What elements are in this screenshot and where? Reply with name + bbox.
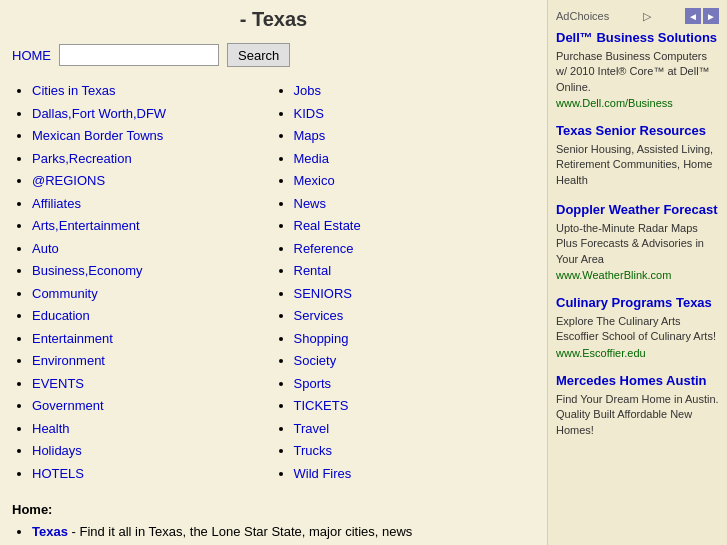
ad-title-link[interactable]: Culinary Programs Texas [556,295,712,310]
list-item: Travel [294,419,536,439]
nav-link[interactable]: Health [32,421,70,436]
ad-block: Mercedes Homes AustinFind Your Dream Hom… [556,373,719,438]
ad-description: Purchase Business Computers w/ 2010 Inte… [556,49,719,95]
list-item: Auto [32,239,274,259]
ad-next-button[interactable]: ► [703,8,719,24]
nav-link[interactable]: Holidays [32,443,82,458]
nav-link[interactable]: Services [294,308,344,323]
nav-link[interactable]: Auto [32,241,59,256]
list-item: Business,Economy [32,261,274,281]
home-section: Home: Texas - Find it all in Texas, the … [12,502,535,541]
list-item: Jobs [294,81,536,101]
list-item: News [294,194,536,214]
list-item: Environment [32,351,274,371]
home-link[interactable]: HOME [12,48,51,63]
list-item: Reference [294,239,536,259]
nav-link[interactable]: Jobs [294,83,321,98]
nav-left-list: Cities in TexasDallas,Fort Worth,DFWMexi… [12,81,274,483]
nav-link[interactable]: EVENTS [32,376,84,391]
list-item: Education [32,306,274,326]
nav-link[interactable]: Travel [294,421,330,436]
nav-link[interactable]: Mexican Border Towns [32,128,163,143]
ad-description: Upto-the-Minute Radar Maps Plus Forecast… [556,221,719,267]
list-item: Entertainment [32,329,274,349]
nav-link[interactable]: Shopping [294,331,349,346]
list-item: Maps [294,126,536,146]
search-button[interactable]: Search [227,43,290,67]
list-item: HOTELS [32,464,274,484]
nav-link[interactable]: Dallas,Fort Worth,DFW [32,106,166,121]
page-title: - Texas [12,8,535,31]
ad-url: www.WeatherBlink.com [556,269,719,281]
ads-container: Dell™ Business SolutionsPurchase Busines… [556,30,719,438]
nav-link[interactable]: Maps [294,128,326,143]
list-item: Dallas,Fort Worth,DFW [32,104,274,124]
nav-link[interactable]: Reference [294,241,354,256]
ad-block: Doppler Weather ForecastUpto-the-Minute … [556,202,719,281]
ad-title-link[interactable]: Mercedes Homes Austin [556,373,707,388]
ad-block: Dell™ Business SolutionsPurchase Busines… [556,30,719,109]
home-item-link[interactable]: Texas [32,524,68,539]
list-item: Trucks [294,441,536,461]
home-items-list: Texas - Find it all in Texas, the Lone S… [12,523,535,541]
list-item: Mexican Border Towns [32,126,274,146]
nav-link[interactable]: TICKETS [294,398,349,413]
ad-block: Culinary Programs TexasExplore The Culin… [556,295,719,359]
nav-link[interactable]: Community [32,286,98,301]
nav-link[interactable]: Government [32,398,104,413]
ad-description: Explore The Culinary Arts Escoffier Scho… [556,314,719,345]
nav-link[interactable]: SENIORS [294,286,353,301]
nav-link[interactable]: Environment [32,353,105,368]
ad-description: Senior Housing, Assisted Living, Retirem… [556,142,719,188]
ad-url: www.Escoffier.edu [556,347,719,359]
ad-block: Texas Senior ResourcesSenior Housing, As… [556,123,719,188]
search-bar: HOME Search [12,43,535,67]
nav-link[interactable]: Society [294,353,337,368]
nav-link[interactable]: Affiliates [32,196,81,211]
list-item: Real Estate [294,216,536,236]
list-item: Mexico [294,171,536,191]
ad-title-link[interactable]: Doppler Weather Forecast [556,202,718,217]
nav-link[interactable]: Wild Fires [294,466,352,481]
nav-link[interactable]: Real Estate [294,218,361,233]
ad-choices-icon: ▷ [643,10,651,23]
nav-col-right: JobsKIDSMapsMediaMexicoNewsReal EstateRe… [274,81,536,486]
list-item: @REGIONS [32,171,274,191]
sidebar: AdChoices ▷ ◄ ► Dell™ Business Solutions… [547,0,727,545]
nav-link[interactable]: Arts,Entertainment [32,218,140,233]
ad-title-link[interactable]: Dell™ Business Solutions [556,30,717,45]
nav-link[interactable]: @REGIONS [32,173,105,188]
list-item: Sports [294,374,536,394]
list-item: Arts,Entertainment [32,216,274,236]
nav-link[interactable]: Rental [294,263,332,278]
list-item: Parks,Recreation [32,149,274,169]
nav-link[interactable]: Business,Economy [32,263,143,278]
main-content: - Texas HOME Search Cities in TexasDalla… [0,0,547,545]
nav-link[interactable]: Media [294,151,329,166]
list-item: Wild Fires [294,464,536,484]
list-item: Media [294,149,536,169]
list-item: Government [32,396,274,416]
nav-link[interactable]: Cities in Texas [32,83,116,98]
ad-title-link[interactable]: Texas Senior Resources [556,123,706,138]
list-item: Cities in Texas [32,81,274,101]
list-item: Services [294,306,536,326]
nav-link[interactable]: Trucks [294,443,333,458]
search-input[interactable] [59,44,219,66]
nav-link[interactable]: News [294,196,327,211]
nav-link[interactable]: Mexico [294,173,335,188]
nav-col-left: Cities in TexasDallas,Fort Worth,DFWMexi… [12,81,274,486]
list-item: Health [32,419,274,439]
nav-link[interactable]: Parks,Recreation [32,151,132,166]
ad-description: Find Your Dream Home in Austin. Quality … [556,392,719,438]
nav-link[interactable]: KIDS [294,106,324,121]
nav-link[interactable]: Entertainment [32,331,113,346]
list-item: Rental [294,261,536,281]
nav-link[interactable]: Sports [294,376,332,391]
list-item: EVENTS [32,374,274,394]
nav-link[interactable]: HOTELS [32,466,84,481]
ad-prev-button[interactable]: ◄ [685,8,701,24]
nav-link[interactable]: Education [32,308,90,323]
nav-columns: Cities in TexasDallas,Fort Worth,DFWMexi… [12,81,535,486]
list-item: TICKETS [294,396,536,416]
